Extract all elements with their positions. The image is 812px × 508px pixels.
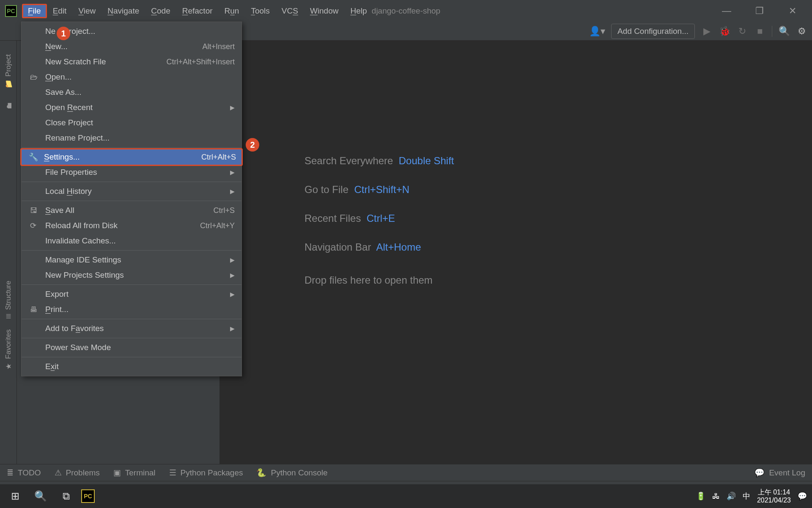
rail-project-label: Project bbox=[4, 54, 13, 77]
search-icon[interactable]: 🔍 bbox=[30, 488, 51, 505]
tray-ime[interactable]: 中 bbox=[743, 491, 750, 501]
menu-help[interactable]: Help bbox=[344, 4, 373, 18]
menu-navigate[interactable]: Navigate bbox=[102, 4, 145, 18]
fm-save-all[interactable]: 🖫Save AllCtrl+S bbox=[22, 203, 241, 218]
fm-save-as[interactable]: Save As... bbox=[22, 85, 241, 100]
search-icon[interactable]: 🔍 bbox=[778, 26, 790, 37]
fm-print[interactable]: 🖶Print... bbox=[22, 302, 241, 317]
list-icon: ≣ bbox=[7, 468, 14, 478]
fm-favorites[interactable]: Add to Favorites▶ bbox=[22, 321, 241, 336]
rail-folder[interactable]: 🖿 bbox=[4, 97, 13, 115]
rail-structure-label: Structure bbox=[4, 281, 13, 310]
separator bbox=[22, 182, 241, 182]
rail-structure[interactable]: ≣Structure bbox=[4, 276, 13, 324]
bt-event-log[interactable]: 💬Event Log bbox=[754, 468, 805, 478]
wrench-icon: 🔧 bbox=[29, 152, 44, 162]
fm-power-save[interactable]: Power Save Mode bbox=[22, 340, 241, 355]
fm-exit[interactable]: Exit bbox=[22, 359, 241, 374]
save-icon: 🖫 bbox=[30, 206, 45, 215]
tray-notifications-icon[interactable]: 💬 bbox=[798, 491, 807, 501]
warning-icon: ⚠ bbox=[55, 468, 62, 478]
bt-python-packages[interactable]: ☰Python Packages bbox=[169, 468, 243, 478]
chevron-right-icon: ▶ bbox=[230, 104, 235, 111]
bt-todo[interactable]: ≣TODO bbox=[7, 468, 41, 478]
menu-view[interactable]: View bbox=[72, 4, 102, 18]
chevron-right-icon: ▶ bbox=[230, 169, 235, 176]
titlebar: PC File Edit View Navigate Code Refactor… bbox=[0, 0, 812, 22]
fm-close-project[interactable]: Close Project bbox=[22, 115, 241, 130]
task-view-icon[interactable]: ⧉ bbox=[56, 488, 76, 505]
terminal-icon: ▣ bbox=[113, 468, 121, 478]
chevron-right-icon: ▶ bbox=[230, 325, 235, 332]
fm-new[interactable]: New...Alt+Insert bbox=[22, 39, 241, 54]
chevron-right-icon: ▶ bbox=[230, 257, 235, 263]
annotation-badge-1: 1 bbox=[57, 27, 70, 40]
fm-open-recent[interactable]: Open Recent▶ bbox=[22, 100, 241, 115]
separator bbox=[22, 357, 241, 357]
file-menu-popup: New Project... New...Alt+Insert New Scra… bbox=[21, 22, 242, 376]
left-rail: 📁Project 🖿 ≣Structure ★Favorites bbox=[0, 41, 17, 464]
rail-favorites[interactable]: ★Favorites bbox=[4, 324, 13, 376]
fm-rename-project[interactable]: Rename Project... bbox=[22, 130, 241, 146]
menu-run[interactable]: Run bbox=[219, 4, 245, 18]
close-button[interactable]: ✕ bbox=[785, 3, 800, 19]
chevron-right-icon: ▶ bbox=[230, 291, 235, 298]
separator bbox=[22, 284, 241, 285]
menu-refactor[interactable]: Refactor bbox=[176, 4, 219, 18]
editor-area: Search Everywhere Double Shift Go to Fil… bbox=[220, 41, 812, 464]
fm-invalidate[interactable]: Invalidate Caches... bbox=[22, 233, 241, 248]
tray-volume-icon[interactable]: 🔊 bbox=[727, 491, 736, 501]
add-configuration-button[interactable]: Add Configuration... bbox=[611, 24, 695, 39]
welcome-search: Search Everywhere Double Shift bbox=[304, 155, 454, 167]
fm-scratch[interactable]: New Scratch FileCtrl+Alt+Shift+Insert bbox=[22, 54, 241, 69]
menu-vcs[interactable]: VCS bbox=[276, 4, 304, 18]
debug-icon[interactable]: 🐞 bbox=[719, 26, 730, 37]
start-button[interactable]: ⊞ bbox=[5, 488, 25, 505]
rail-favorites-label: Favorites bbox=[4, 329, 13, 359]
coverage-icon[interactable]: ↻ bbox=[736, 26, 748, 37]
menu-tools[interactable]: Tools bbox=[245, 4, 275, 18]
fm-local-history[interactable]: Local History▶ bbox=[22, 184, 241, 199]
rail-project[interactable]: 📁Project bbox=[4, 49, 13, 94]
tray-clock[interactable]: 上午 01:14 2021/04/23 bbox=[757, 488, 791, 504]
window-title: django-coffee-shop bbox=[372, 6, 440, 16]
maximize-button[interactable]: ❐ bbox=[752, 3, 767, 19]
separator bbox=[772, 26, 772, 37]
fm-settings[interactable]: 🔧Settings...Ctrl+Alt+S bbox=[20, 148, 243, 166]
chevron-right-icon: ▶ bbox=[230, 272, 235, 279]
fm-new-projects-settings[interactable]: New Projects Settings▶ bbox=[22, 268, 241, 283]
tray-network-icon[interactable]: 🖧 bbox=[712, 492, 720, 501]
welcome-goto: Go to File Ctrl+Shift+N bbox=[304, 184, 409, 196]
fm-new-project[interactable]: New Project... bbox=[22, 24, 241, 39]
separator bbox=[22, 147, 241, 148]
user-icon[interactable]: 👤▾ bbox=[589, 26, 605, 37]
menu-window[interactable]: Window bbox=[304, 4, 345, 18]
menu-code[interactable]: Code bbox=[145, 4, 176, 18]
annotation-badge-2: 2 bbox=[246, 138, 259, 152]
bt-terminal[interactable]: ▣Terminal bbox=[113, 468, 156, 478]
tray-battery-icon[interactable]: 🔋 bbox=[696, 491, 705, 501]
fm-manage-ide[interactable]: Manage IDE Settings▶ bbox=[22, 252, 241, 268]
menu-edit[interactable]: Edit bbox=[47, 4, 73, 18]
package-icon: ☰ bbox=[169, 468, 176, 478]
pycharm-taskbar-icon[interactable]: PC bbox=[81, 489, 95, 503]
separator bbox=[22, 201, 241, 201]
fm-open[interactable]: 🗁Open... bbox=[22, 69, 241, 85]
python-icon: 🐍 bbox=[256, 468, 266, 478]
menu-file[interactable]: File bbox=[22, 4, 47, 18]
gear-icon[interactable]: ⚙ bbox=[796, 26, 808, 37]
bt-python-console[interactable]: 🐍Python Console bbox=[256, 468, 327, 478]
separator bbox=[22, 338, 241, 338]
bt-problems[interactable]: ⚠Problems bbox=[55, 468, 100, 478]
folder-open-icon: 🗁 bbox=[30, 73, 45, 82]
stop-icon[interactable]: ■ bbox=[754, 26, 766, 37]
fm-file-properties[interactable]: File Properties▶ bbox=[22, 165, 241, 180]
fm-reload[interactable]: ⟳Reload All from DiskCtrl+Alt+Y bbox=[22, 218, 241, 233]
bottom-tools: ≣TODO ⚠Problems ▣Terminal ☰Python Packag… bbox=[0, 464, 812, 481]
welcome-recent: Recent Files Ctrl+E bbox=[304, 213, 395, 224]
window-controls: — ❐ ✕ bbox=[719, 3, 812, 19]
windows-taskbar: ⊞ 🔍 ⧉ PC 🔋 🖧 🔊 中 上午 01:14 2021/04/23 💬 bbox=[0, 484, 812, 508]
fm-export[interactable]: Export▶ bbox=[22, 287, 241, 302]
run-icon[interactable]: ▶ bbox=[701, 26, 713, 37]
minimize-button[interactable]: — bbox=[719, 3, 734, 19]
